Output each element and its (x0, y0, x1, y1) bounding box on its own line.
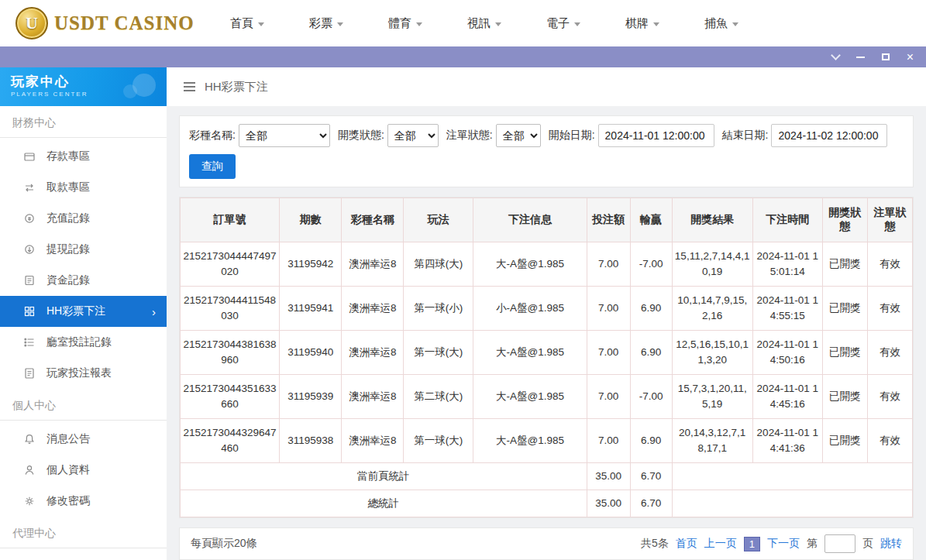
cell-bet-info: 大-A盤@1.985 (473, 242, 587, 287)
col-header: 玩法 (404, 198, 473, 242)
player-report-icon (23, 367, 36, 380)
sidebar-item-withdrawal-record[interactable]: 提現記錄 (0, 234, 167, 265)
bets-table: 訂單號 期數 彩種名稱 玩法 下注信息 投注額 輸贏 開獎結果 下注時間 開獎狀… (180, 198, 913, 517)
cell-bet-info: 大-A盤@1.985 (473, 331, 587, 375)
nav-item-slots[interactable]: 電子 (546, 16, 580, 31)
cell-order-no: 2152173044351633660 (181, 375, 280, 419)
sidebar-item-label: HH彩票下注 (46, 304, 105, 318)
sidebar-item-change-password[interactable]: 修改密碼 (0, 486, 167, 517)
summary-label: 總統計 (181, 490, 587, 517)
col-header: 輸贏 (630, 198, 672, 242)
sidebar: 玩家中心 PLAYERS CENTER 財務中心 存款專區 取款專區 充值記錄 … (0, 67, 167, 560)
total-count-text: 共5条 (641, 537, 669, 551)
start-date-input[interactable] (598, 124, 714, 147)
next-page-link[interactable]: 下一页 (767, 537, 800, 551)
cell-lottery: 澳洲幸运8 (342, 331, 404, 375)
cell-order-status: 有效 (867, 419, 912, 463)
sidebar-item-hall-bet-records[interactable]: 廳室投註記錄 (0, 327, 167, 358)
cell-play: 第一球(小) (404, 287, 473, 331)
table-header-row: 訂單號 期數 彩種名稱 玩法 下注信息 投注額 輸贏 開獎結果 下注時間 開獎狀… (181, 198, 913, 242)
draw-status-select[interactable]: 全部 (387, 124, 439, 147)
table-row: 2152173044381638960 31195940 澳洲幸运8 第一球(大… (181, 331, 913, 375)
order-status-label: 注單狀態: (446, 129, 493, 143)
nav-item-boardgames[interactable]: 棋牌 (625, 16, 659, 31)
cell-winloss: 6.90 (630, 419, 672, 463)
nav-item-live[interactable]: 視訊 (467, 16, 501, 31)
prev-page-link[interactable]: 上一页 (704, 537, 737, 551)
cell-play: 第二球(大) (404, 375, 473, 419)
sidebar-item-hh-lottery-bet[interactable]: HH彩票下注 › (0, 296, 167, 327)
sidebar-item-profile[interactable]: 個人資料 (0, 455, 167, 486)
logo-text: USDT CASINO (54, 12, 194, 34)
cell-order-status: 有效 (867, 375, 912, 419)
sidebar-item-announcements[interactable]: 消息公告 (0, 424, 167, 455)
nav-item-home[interactable]: 首頁 (230, 16, 264, 31)
cell-draw-result: 15,7,3,1,20,11,5,19 (672, 375, 752, 419)
sidebar-item-withdraw[interactable]: 取款專區 (0, 172, 167, 203)
chevron-right-icon: › (152, 305, 156, 318)
cell-order-status: 有效 (867, 287, 912, 331)
search-button[interactable]: 查詢 (189, 154, 236, 179)
nav-item-lottery[interactable]: 彩票 (309, 16, 343, 31)
col-header: 開獎結果 (672, 198, 752, 242)
pagination-bar: 每頁顯示20條 共5条 首页 上一页 1 下一页 第 页 跳转 (179, 527, 914, 560)
lottery-bet-icon (23, 305, 36, 318)
cell-draw-result: 10,1,14,7,9,15,2,16 (672, 287, 752, 331)
chevron-down-icon (831, 50, 841, 60)
withdrawal-record-icon (23, 243, 36, 256)
order-status-select[interactable]: 全部 (496, 124, 541, 147)
jump-button[interactable]: 跳转 (880, 537, 902, 551)
app-header: U USDT CASINO 首頁 彩票 體育 視訊 電子 棋牌 捕魚 (0, 0, 926, 46)
end-date-input[interactable] (771, 124, 887, 147)
close-button[interactable]: × (907, 51, 914, 64)
cell-order-no: 2152173044329647460 (181, 419, 280, 463)
minimize-icon (856, 57, 865, 58)
sidebar-header: 玩家中心 PLAYERS CENTER (0, 67, 167, 106)
sidebar-item-deposit[interactable]: 存款專區 (0, 141, 167, 172)
top-nav: 首頁 彩票 體育 視訊 電子 棋牌 捕魚 (230, 16, 738, 31)
nav-label: 首頁 (230, 16, 253, 31)
cell-period: 31195939 (280, 375, 342, 419)
sidebar-item-funds-record[interactable]: 資金記錄 (0, 265, 167, 296)
window-chevron-button[interactable] (832, 55, 839, 59)
nav-label: 棋牌 (625, 16, 649, 31)
start-date-label: 開始日期: (549, 129, 595, 143)
table-row: 2152173044329647460 31195938 澳洲幸运8 第一球(大… (181, 419, 913, 463)
cell-winloss: 6.90 (630, 331, 672, 375)
cell-bet-time: 2024-11-01 14:50:16 (752, 331, 822, 375)
maximize-button[interactable] (882, 53, 890, 60)
first-page-link[interactable]: 首页 (676, 537, 697, 551)
sidebar-item-player-bet-report[interactable]: 玩家投注報表 (0, 358, 167, 389)
draw-status-label: 開獎狀態: (338, 129, 384, 143)
cell-draw-result: 20,14,3,12,7,18,17,1 (672, 419, 752, 463)
cell-order-status: 有效 (867, 331, 912, 375)
jump-prefix-label: 第 (807, 537, 818, 551)
cell-bet-amount: 7.00 (587, 419, 630, 463)
nav-item-sports[interactable]: 體育 (388, 16, 422, 31)
hamburger-icon[interactable] (184, 82, 195, 91)
summary-bet-amount: 35.00 (587, 463, 630, 490)
sidebar-item-label: 修改密碼 (46, 494, 90, 508)
page-title: HH彩票下注 (205, 80, 268, 94)
cell-bet-amount: 7.00 (587, 287, 630, 331)
col-header: 彩種名稱 (342, 198, 404, 242)
summary-empty (672, 463, 912, 490)
cell-bet-time: 2024-11-01 14:41:36 (752, 419, 822, 463)
sidebar-item-label: 充值記錄 (46, 211, 90, 225)
cell-draw-status: 已開獎 (822, 375, 867, 419)
lottery-name-select[interactable]: 全部 (239, 124, 330, 147)
nav-item-fishing[interactable]: 捕魚 (704, 16, 738, 31)
nav-label: 體育 (388, 16, 411, 31)
cell-winloss: 6.90 (630, 287, 672, 331)
current-page-badge[interactable]: 1 (744, 537, 760, 551)
chevron-down-icon (732, 22, 738, 26)
page-jump-input[interactable] (824, 534, 855, 553)
cell-bet-time: 2024-11-01 15:01:14 (752, 242, 822, 287)
minimize-button[interactable] (856, 57, 865, 58)
cell-bet-amount: 7.00 (587, 331, 630, 375)
gamepad-decoration (123, 84, 137, 98)
col-header: 期數 (280, 198, 342, 242)
cell-play: 第一球(大) (404, 331, 473, 375)
summary-bet-amount: 35.00 (587, 490, 630, 517)
sidebar-item-recharge-record[interactable]: 充值記錄 (0, 203, 167, 234)
